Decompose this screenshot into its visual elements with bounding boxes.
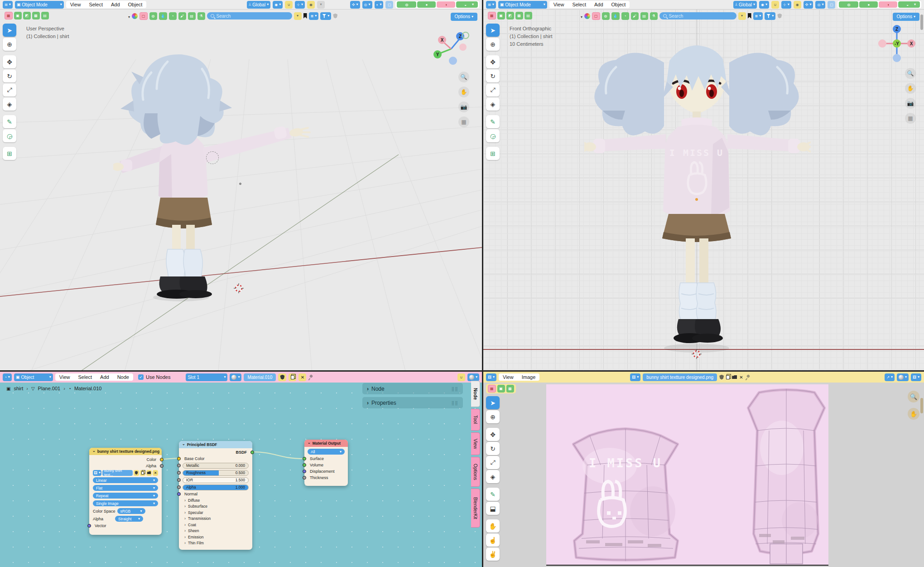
socket-thickness-in[interactable] [303,476,306,480]
section-diffuse[interactable]: Diffuse [179,497,252,504]
gizmos-dropdown[interactable]: ✣ [804,1,813,9]
tool-cursor[interactable]: ⊕ [3,38,16,51]
shading-wireframe-button[interactable]: ◍ [839,1,858,8]
shading-material-button[interactable]: ◑ [437,1,455,8]
node-image-texture[interactable]: bunny shirt textture designed.png Color … [89,448,162,535]
tool-cursor[interactable]: ⊕ [486,38,500,51]
proportional-edit-toggle[interactable]: ◉ [794,1,801,9]
shading-rendered-button[interactable]: ◒ [456,1,478,8]
viewport-3d-front[interactable]: I MISS U ⊞ ▣Object Mode View [483,0,924,370]
tab-node[interactable]: Node [471,381,480,407]
tool-transform[interactable]: ◈ [486,470,500,483]
menu-view[interactable]: View [549,1,568,8]
new-material-button[interactable] [289,373,296,381]
menu-object[interactable]: Object [607,1,630,8]
tool-add-cube[interactable]: ⊞ [3,147,16,160]
image-browse-dropdown[interactable]: 🖼 [630,373,640,381]
uv-select-mode-3[interactable]: ▩ [506,385,514,393]
tool-annotate[interactable]: ✎ [486,488,500,501]
menu-image[interactable]: Image [518,373,540,381]
shader-type-dropdown[interactable]: ▣Object [14,373,53,381]
gizmos-dropdown[interactable]: ✣ [350,1,360,9]
tool-cursor[interactable]: ⊕ [486,410,500,423]
unlink-material-button[interactable]: ✕ [298,373,306,381]
section-thin-film[interactable]: Thin Film [179,540,252,547]
tool-transform[interactable]: ◈ [3,97,16,111]
orientation-dropdown[interactable]: ⟂Global [247,1,270,9]
axis-neg-x-ball[interactable] [459,44,467,51]
camera-view-icon[interactable]: 📷 [905,98,916,109]
snap-magnet-toggle[interactable]: ∪ [771,1,779,9]
tool-scale[interactable]: ⤢ [486,456,500,469]
collection-icon-3[interactable]: ◩ [506,12,514,19]
overlays-dropdown[interactable]: ◎ [362,1,372,9]
cursor-3d[interactable] [692,349,702,359]
socket-normal-in[interactable] [177,492,181,496]
pivot-dropdown[interactable]: ◉ [759,1,769,9]
material-name-field[interactable]: Material.010 [244,373,276,381]
viewport-3d-user[interactable]: ⊞ ▣Object Mode View Select Add Object ⟂G… [0,0,482,370]
texture-image-canvas[interactable]: I MISS U [546,384,828,565]
bookmark-icon[interactable] [303,13,307,19]
display-channels-dropdown[interactable]: 🖼 [911,373,921,381]
socket-color-out[interactable] [160,458,164,461]
paint-mode-icon-1[interactable]: ◍ [149,12,157,20]
section-transmission[interactable]: Transmission [179,516,252,522]
section-emission[interactable]: Emission [179,534,252,540]
socket-surface-in[interactable] [303,457,306,460]
tool-relax-brush[interactable]: ☝ [486,533,500,547]
pan-hand-icon[interactable]: ✋ [908,408,919,420]
proportional-edit-toggle[interactable]: ◉ [307,1,315,9]
image-name-field[interactable]: bunny shirt textture designed.png [643,373,717,381]
tool-move[interactable]: ✥ [3,55,16,68]
socket-displacement-in[interactable] [303,470,306,473]
axis-neg-z-ball[interactable] [449,57,457,65]
material-preview-ball[interactable] [132,13,138,19]
snap-settings-dropdown[interactable]: ⊹ [295,1,305,9]
navigation-gizmo[interactable]: -Y X Z [878,24,916,64]
bookmark-icon[interactable] [748,13,751,19]
tool-select-box[interactable]: ➤ [3,24,16,37]
source-dropdown[interactable]: Single Image [93,500,158,506]
scrollbar[interactable] [920,15,923,30]
filter-expand-button[interactable] [294,12,302,20]
node-principled-bsdf[interactable]: Principled BSDF BSDF Base Color Metallic… [179,441,252,550]
mode-dropdown[interactable]: ▣Object Mode [15,1,64,9]
collection-icon-4[interactable]: ▩ [32,12,40,19]
xray-toggle[interactable]: ▢ [385,1,393,9]
panel-node[interactable]: Node⣿⣿ [362,383,463,394]
use-nodes-toggle[interactable]: Use Nodes [138,374,170,380]
section-coat[interactable]: Coat [179,522,252,528]
target-dropdown[interactable]: All [308,449,345,455]
menu-select[interactable]: Select [74,373,96,381]
paint-mode-icon-5[interactable]: ▤ [188,12,196,20]
image-fake-user-icon[interactable] [719,375,724,380]
menu-view[interactable]: View [499,373,518,381]
tool-transform[interactable]: ◈ [486,97,500,111]
paint-mode-icon-6[interactable]: ⚗ [197,12,205,20]
menu-select[interactable]: Select [85,1,107,8]
tool-settings-collapse[interactable] [581,12,582,20]
texture-slot-icon[interactable]: ▢ [140,12,148,20]
socket-roughness-in[interactable] [177,471,181,475]
texture-slot-icon[interactable]: ▢ [592,12,600,20]
tool-select-box[interactable]: ➤ [486,24,500,37]
tool-move[interactable]: ✥ [486,55,500,68]
navigation-gizmo[interactable]: X Y Z [431,30,469,68]
socket-alpha-out[interactable] [160,464,164,468]
image-fake-user-button[interactable] [134,470,139,476]
socket-bsdf-out[interactable] [250,451,254,454]
grid-toggle-icon[interactable]: ▦ [905,113,916,124]
paint-mode-icon-6[interactable]: ⚗ [650,12,658,20]
image-unlink-button[interactable]: ✕ [739,375,743,380]
pan-hand-icon[interactable]: ✋ [905,83,916,94]
tool-scale[interactable]: ⤢ [486,83,500,97]
overlay-dropdown[interactable] [467,373,479,381]
options-button[interactable]: Options [893,13,919,21]
shading-solid-button[interactable]: ● [859,1,878,8]
image-new-icon[interactable] [726,375,730,379]
paint-mode-icon-2[interactable]: 💧 [159,12,167,20]
paint-mode-icon-5[interactable]: ▤ [640,12,648,20]
search-input[interactable]: Search [659,12,736,19]
drag-dots-icon[interactable]: ⣿⣿ [452,401,458,405]
